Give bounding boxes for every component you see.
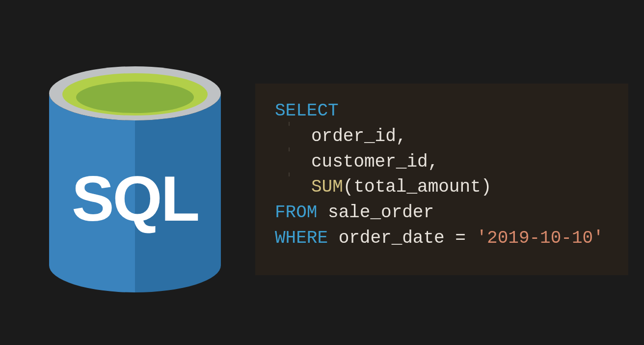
paren-close: ) [481, 174, 492, 200]
keyword-from: FROM [275, 200, 317, 226]
column-total-amount: total_amount [353, 174, 481, 200]
paren-open: ( [343, 174, 354, 200]
string-literal-date: '2019-10-10' [477, 226, 604, 251]
space [466, 226, 477, 251]
code-line: WHERE order_date = '2019-10-10' [275, 226, 618, 251]
code-line: FROM sale_order [275, 200, 618, 226]
column-order-date: order_date [328, 226, 455, 251]
function-sum: SUM [311, 174, 343, 200]
column-customer-id: customer_id, [311, 149, 438, 175]
sql-code-editor: SELECT order_id, customer_id, SUM(total_… [255, 84, 628, 275]
code-line: SELECT [275, 98, 618, 124]
table-sale-order: sale_order [317, 200, 434, 226]
keyword-where: WHERE [275, 226, 328, 251]
keyword-select: SELECT [275, 98, 339, 124]
column-order-id: order_id, [311, 124, 406, 149]
code-line: SUM(total_amount) [275, 174, 618, 200]
code-line: order_id, [275, 124, 618, 149]
operator-equals: = [455, 226, 466, 251]
sql-logo-label: SQL [72, 167, 198, 230]
svg-point-2 [76, 82, 194, 113]
sql-database-icon: SQL [44, 59, 226, 300]
code-line: customer_id, [275, 149, 618, 175]
